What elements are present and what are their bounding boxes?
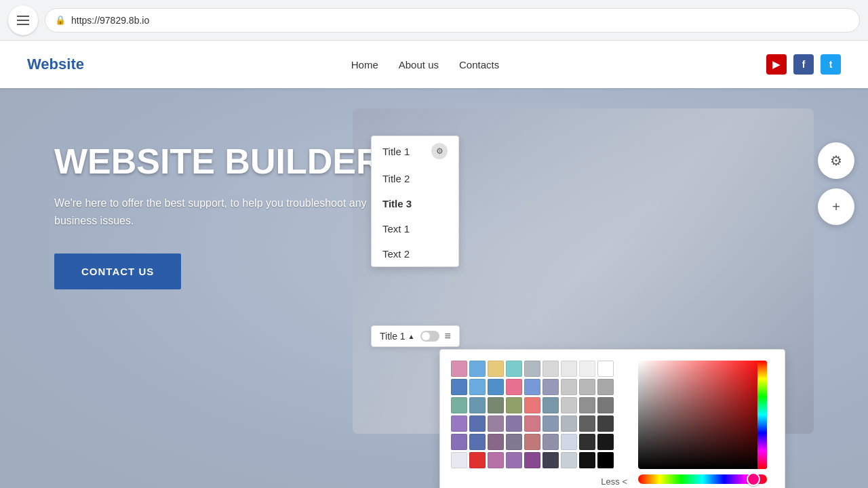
color-swatch[interactable]: [561, 415, 577, 432]
color-swatch[interactable]: [542, 361, 559, 377]
social-youtube-icon[interactable]: ▶: [766, 54, 787, 75]
dropdown-item-text2[interactable]: Text 2: [372, 241, 458, 266]
social-facebook-icon[interactable]: f: [793, 54, 814, 75]
gradient-color-picker: [638, 361, 774, 488]
text-align-icon[interactable]: ≡: [445, 330, 451, 342]
color-swatches-section: Less <: [451, 361, 627, 488]
color-swatch[interactable]: [488, 452, 504, 468]
dropdown-label: Title 3: [382, 198, 412, 209]
color-swatch[interactable]: [506, 434, 522, 450]
hero-section: WEBSITE BUILDER We're here to offer the …: [0, 88, 868, 488]
hue-slider[interactable]: [638, 474, 767, 484]
color-swatch[interactable]: [469, 397, 486, 413]
style-toggle[interactable]: [420, 331, 439, 342]
hue-thumb[interactable]: [747, 472, 760, 486]
color-swatch[interactable]: [506, 361, 522, 377]
color-swatch[interactable]: [488, 379, 504, 395]
color-swatch[interactable]: [488, 434, 504, 450]
hue-strip[interactable]: [757, 361, 767, 469]
color-swatch[interactable]: [488, 415, 504, 432]
color-swatch[interactable]: [579, 379, 595, 395]
settings-button[interactable]: ⚙: [818, 142, 854, 179]
nav-socials: ▶ f t: [766, 54, 841, 75]
color-swatch[interactable]: [561, 361, 577, 377]
color-swatch[interactable]: [579, 415, 595, 432]
color-swatch[interactable]: [542, 434, 559, 450]
website-container: Website Home About us Contacts ▶ f t WEB…: [0, 41, 868, 488]
contact-us-button[interactable]: CONTACT US: [54, 253, 181, 289]
color-swatch[interactable]: [561, 379, 577, 395]
nav-link-contacts[interactable]: Contacts: [459, 59, 499, 70]
color-swatch[interactable]: [451, 452, 467, 468]
less-colors-button[interactable]: Less <: [451, 476, 627, 487]
color-swatch[interactable]: [488, 397, 504, 413]
browser-menu-button[interactable]: [8, 5, 38, 35]
style-selector[interactable]: Title 1 ▲: [380, 331, 415, 342]
nav-bar: Website Home About us Contacts ▶ f t: [0, 41, 868, 88]
color-swatch[interactable]: [561, 397, 577, 413]
color-swatch[interactable]: [579, 452, 595, 468]
color-swatch[interactable]: [524, 397, 540, 413]
color-swatch[interactable]: [524, 434, 540, 450]
gear-icon: ⚙: [830, 152, 842, 169]
dropdown-item-text1[interactable]: Text 1: [372, 216, 458, 241]
color-swatch[interactable]: [579, 434, 595, 450]
dropdown-label: Text 1: [382, 223, 410, 235]
gradient-dark-layer: [638, 361, 767, 469]
color-swatch[interactable]: [451, 397, 467, 413]
color-swatch-white[interactable]: [597, 361, 614, 377]
color-swatch[interactable]: [506, 397, 522, 413]
color-swatch[interactable]: [542, 379, 559, 395]
color-swatch[interactable]: [579, 361, 595, 377]
color-swatch[interactable]: [579, 397, 595, 413]
color-gradient-canvas[interactable]: [638, 361, 767, 469]
color-swatch[interactable]: [488, 361, 504, 377]
color-swatch[interactable]: [542, 397, 559, 413]
color-swatch[interactable]: [597, 434, 614, 450]
hero-content: WEBSITE BUILDER We're here to offer the …: [54, 142, 407, 289]
color-swatch[interactable]: [542, 415, 559, 432]
floating-buttons: ⚙ +: [818, 142, 854, 225]
plus-icon: +: [832, 199, 840, 215]
style-dropdown-menu: Title 1 ⚙ Title 2 Title 3 Text 1 Text 2: [371, 136, 459, 267]
nav-links: Home About us Contacts: [351, 59, 499, 70]
color-swatch[interactable]: [524, 379, 540, 395]
color-swatch[interactable]: [561, 434, 577, 450]
swatches-grid: [451, 361, 627, 468]
color-swatch[interactable]: [597, 379, 614, 395]
color-picker-panel: Less <: [439, 349, 785, 488]
color-swatch[interactable]: [524, 452, 540, 468]
social-twitter-icon[interactable]: t: [821, 54, 841, 75]
lock-icon: 🔒: [55, 15, 66, 25]
dropdown-label: Title 2: [382, 173, 410, 184]
add-element-button[interactable]: +: [818, 188, 854, 225]
color-swatch[interactable]: [597, 397, 614, 413]
color-swatch[interactable]: [451, 415, 467, 432]
color-swatch[interactable]: [542, 452, 559, 468]
color-swatch[interactable]: [524, 415, 540, 432]
style-settings-icon[interactable]: ⚙: [431, 143, 448, 159]
color-swatch[interactable]: [561, 452, 577, 468]
color-swatch[interactable]: [524, 361, 540, 377]
nav-link-about[interactable]: About us: [399, 59, 439, 70]
color-swatch[interactable]: [469, 434, 486, 450]
color-swatch[interactable]: [469, 415, 486, 432]
color-swatch-black[interactable]: [597, 452, 614, 468]
color-swatch[interactable]: [597, 415, 614, 432]
color-swatch[interactable]: [451, 434, 467, 450]
color-swatch[interactable]: [506, 415, 522, 432]
color-swatch[interactable]: [506, 379, 522, 395]
color-swatch[interactable]: [451, 379, 467, 395]
address-bar[interactable]: 🔒 https://97829.8b.io: [45, 8, 860, 33]
dropdown-item-title1[interactable]: Title 1 ⚙: [372, 136, 458, 166]
dropdown-item-title2[interactable]: Title 2: [372, 166, 458, 191]
color-swatch[interactable]: [469, 361, 486, 377]
dropdown-item-title3[interactable]: Title 3: [372, 191, 458, 216]
current-style-label: Title 1: [380, 331, 406, 342]
color-swatch[interactable]: [469, 379, 486, 395]
nav-link-home[interactable]: Home: [351, 59, 378, 70]
chevron-up-icon: ▲: [408, 333, 415, 340]
color-swatch[interactable]: [469, 452, 486, 468]
color-swatch[interactable]: [506, 452, 522, 468]
color-swatch[interactable]: [451, 361, 467, 377]
